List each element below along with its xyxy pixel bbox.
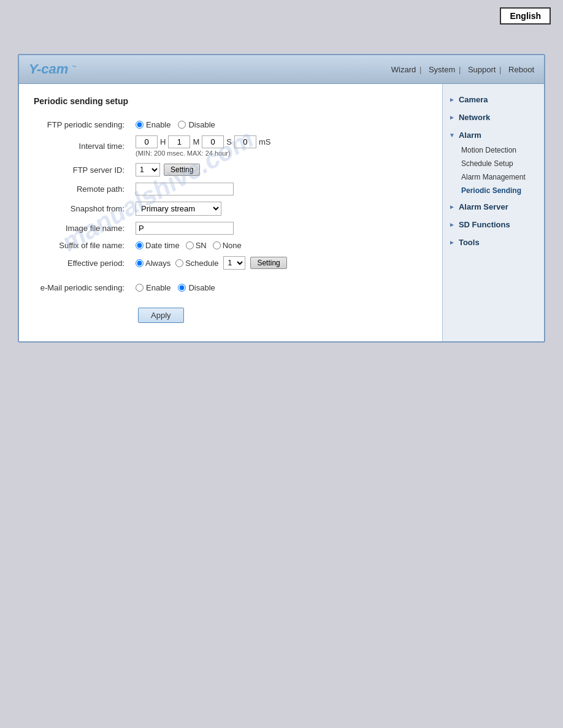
effective-setting-btn[interactable]: Setting	[250, 257, 286, 269]
main-container: Y-cam ~ Wizard | System | Support | Rebo…	[18, 54, 545, 343]
sidebar-item-alarm[interactable]: ▼ Alarm	[443, 127, 544, 143]
email-disable-text: Disable	[188, 283, 215, 292]
email-disable-label[interactable]: Disable	[178, 283, 215, 292]
wizard-link[interactable]: Wizard	[391, 65, 416, 74]
content-area: manualshive.com Periodic sending setup F…	[19, 84, 544, 341]
ftp-enable-text: Enable	[146, 120, 170, 129]
h-label: H	[160, 137, 166, 146]
suffix-sn-label[interactable]: SN	[186, 241, 207, 250]
image-filename-row: Image file name:	[34, 219, 427, 238]
apply-button[interactable]: Apply	[138, 308, 184, 323]
suffix-row: Suffix of file name: Date time SN	[34, 238, 427, 253]
language-bar: English	[0, 0, 563, 29]
sidebar-item-periodic-sending[interactable]: Periodic Sending	[456, 184, 544, 197]
sidebar-item-motion-detection[interactable]: Motion Detection	[456, 143, 544, 157]
suffix-datetime-label[interactable]: Date time	[136, 241, 180, 250]
sidebar-camera-label: Camera	[459, 95, 488, 104]
effective-radio-row: Always Schedule 1 2 Settin	[136, 256, 424, 270]
ftp-disable-label[interactable]: Disable	[178, 120, 215, 129]
remote-path-value	[132, 180, 427, 199]
ftp-enable-radio[interactable]	[136, 121, 144, 129]
remote-path-row: Remote path:	[34, 180, 427, 199]
interval-row: Interval time: H M S mS	[34, 132, 427, 160]
ms-label: mS	[259, 137, 271, 146]
logo-text: Y-cam	[29, 61, 68, 77]
suffix-none-label[interactable]: None	[213, 241, 242, 250]
suffix-value: Date time SN None	[132, 238, 427, 253]
image-filename-input[interactable]	[136, 222, 234, 235]
sidebar-item-camera[interactable]: ► Camera	[443, 91, 544, 108]
effective-schedule-radio[interactable]	[175, 259, 183, 267]
remote-path-input[interactable]	[136, 183, 234, 195]
snapshot-select[interactable]: Primary stream Secondary stream	[136, 202, 221, 216]
email-periodic-label: e-Mail periodic sending:	[34, 280, 132, 295]
effective-always-text: Always	[145, 259, 170, 268]
sd-functions-arrow-icon: ►	[449, 221, 455, 228]
image-filename-label: Image file name:	[34, 219, 132, 238]
effective-row: Effective period: Always Schedule	[34, 253, 427, 273]
tools-arrow-icon: ►	[449, 239, 455, 246]
suffix-sn-radio[interactable]	[186, 241, 194, 249]
effective-schedule-text: Schedule	[185, 259, 218, 268]
ftp-disable-radio[interactable]	[178, 121, 186, 129]
spacer-row	[34, 273, 427, 280]
email-periodic-row: e-Mail periodic sending: Enable Disable	[34, 280, 427, 295]
sidebar-section-alarm-server: ► Alarm Server	[443, 199, 544, 215]
suffix-none-radio[interactable]	[213, 241, 221, 249]
email-disable-radio[interactable]	[178, 284, 186, 292]
language-button[interactable]: English	[500, 7, 551, 25]
suffix-radio-group: Date time SN None	[136, 241, 424, 250]
image-filename-value	[132, 219, 427, 238]
interval-m-input[interactable]	[168, 135, 190, 148]
effective-always-radio[interactable]	[136, 259, 144, 267]
apply-row: Apply	[34, 308, 427, 323]
effective-period-select[interactable]: 1 2	[223, 256, 245, 270]
effective-schedule-label[interactable]: Schedule	[175, 259, 218, 268]
sidebar-alarm-server-label: Alarm Server	[459, 202, 508, 211]
ftp-server-select[interactable]: 1 2	[136, 163, 160, 176]
sidebar-network-label: Network	[459, 113, 490, 122]
suffix-label: Suffix of file name:	[34, 238, 132, 253]
m-label: M	[193, 137, 199, 146]
reboot-link[interactable]: Reboot	[508, 65, 534, 74]
ftp-enable-label[interactable]: Enable	[136, 120, 170, 129]
sidebar-item-alarm-server[interactable]: ► Alarm Server	[443, 199, 544, 215]
s-label: S	[226, 137, 232, 146]
suffix-sn-text: SN	[196, 241, 207, 250]
ftp-disable-text: Disable	[188, 120, 215, 129]
form-area: manualshive.com Periodic sending setup F…	[19, 84, 443, 341]
suffix-datetime-radio[interactable]	[136, 241, 144, 249]
sidebar-item-sd-functions[interactable]: ► SD Functions	[443, 216, 544, 233]
email-enable-label[interactable]: Enable	[136, 283, 170, 292]
remote-path-label: Remote path:	[34, 180, 132, 199]
camera-arrow-icon: ►	[449, 96, 455, 103]
ftp-periodic-label: FTP periodic sending:	[34, 117, 132, 132]
logo: Y-cam ~	[29, 61, 76, 77]
interval-inputs: H M S mS	[136, 135, 424, 148]
server-id-row: 1 2 Setting	[136, 163, 424, 176]
snapshot-row: Snapshot from: Primary stream Secondary …	[34, 199, 427, 219]
interval-s-input[interactable]	[202, 135, 224, 148]
sidebar-item-network[interactable]: ► Network	[443, 109, 544, 126]
ftp-server-value: 1 2 Setting	[132, 160, 427, 180]
sidebar-tools-label: Tools	[459, 238, 480, 247]
email-periodic-radio-group: Enable Disable	[136, 283, 424, 292]
ftp-periodic-value: Enable Disable	[132, 117, 427, 132]
alarm-server-arrow-icon: ►	[449, 203, 455, 210]
ftp-server-setting-btn[interactable]: Setting	[164, 164, 200, 176]
interval-ms-input[interactable]	[234, 135, 256, 148]
system-link[interactable]: System	[429, 65, 455, 74]
interval-h-input[interactable]	[136, 135, 158, 148]
ftp-periodic-row: FTP periodic sending: Enable Disable	[34, 117, 427, 132]
interval-value: H M S mS (MIN: 200 msec. MAX: 24 hour)	[132, 132, 427, 160]
sidebar-item-alarm-management[interactable]: Alarm Management	[456, 170, 544, 184]
sidebar-section-sd-functions: ► SD Functions	[443, 216, 544, 233]
sidebar-item-schedule-setup[interactable]: Schedule Setup	[456, 157, 544, 170]
support-link[interactable]: Support	[468, 65, 496, 74]
ftp-server-label: FTP server ID:	[34, 160, 132, 180]
email-enable-radio[interactable]	[136, 284, 144, 292]
effective-always-label[interactable]: Always	[136, 259, 170, 268]
email-periodic-value: Enable Disable	[132, 280, 427, 295]
sidebar-item-tools[interactable]: ► Tools	[443, 234, 544, 251]
sidebar: ► Camera ► Network ▼ Alarm Motion Detect…	[443, 84, 544, 341]
